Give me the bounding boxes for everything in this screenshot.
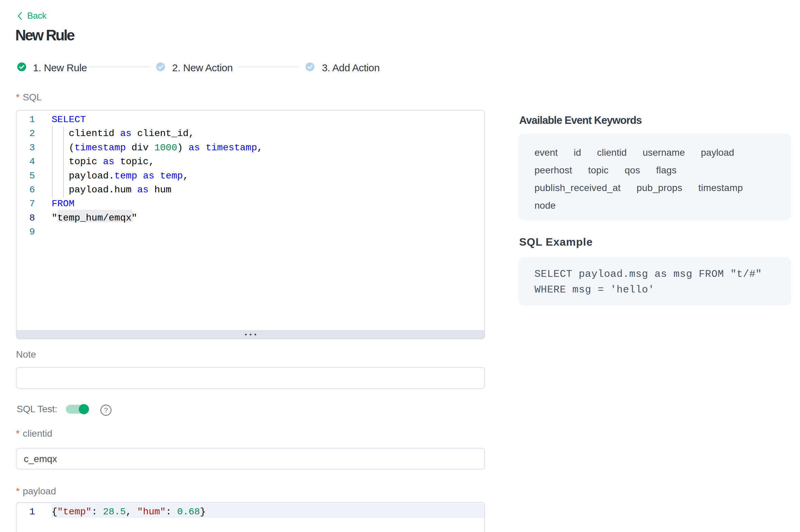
svg-text:?: ?: [104, 406, 108, 414]
